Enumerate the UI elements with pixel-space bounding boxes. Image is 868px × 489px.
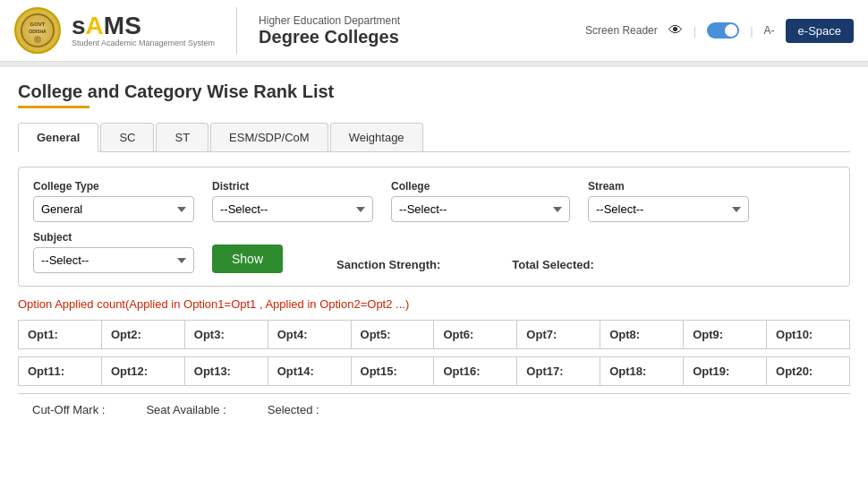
- page-title: College and Category Wise Rank List: [18, 82, 850, 102]
- dept-info: Higher Education Department Degree Colle…: [259, 14, 400, 47]
- font-size-label[interactable]: A-: [764, 24, 775, 37]
- stream-group: Stream --Select--: [588, 180, 749, 222]
- accessibility-divider2: |: [750, 24, 753, 38]
- total-selected-label: Total Selected:: [512, 258, 594, 271]
- opt6-cell: Opt6:: [434, 321, 517, 349]
- sanction-strength-group: Sanction Strength:: [336, 258, 440, 273]
- subject-group: Subject --Select--: [33, 231, 194, 273]
- opt10-cell: Opt10:: [767, 321, 850, 349]
- tab-sc[interactable]: SC: [100, 123, 154, 151]
- tab-esm[interactable]: ESM/SDP/CoM: [210, 123, 328, 151]
- header-right: Screen Reader 👁 | | A- e-Space: [585, 19, 854, 43]
- sanction-strength-label: Sanction Strength:: [336, 258, 440, 271]
- subject-label: Subject: [33, 231, 194, 244]
- opt7-cell: Opt7:: [517, 321, 600, 349]
- cutoff-mark-item: Cut-Off Mark :: [32, 403, 110, 416]
- title-underline: [18, 106, 89, 108]
- college-select[interactable]: --Select--: [391, 196, 570, 222]
- subject-select[interactable]: --Select--: [33, 247, 194, 273]
- district-select[interactable]: --Select--: [212, 196, 373, 222]
- svg-point-4: [34, 36, 41, 43]
- screen-reader-label: Screen Reader: [585, 24, 658, 37]
- opt19-cell: Opt19:: [684, 357, 767, 386]
- opt2-cell: Opt2:: [101, 321, 184, 349]
- tab-st[interactable]: ST: [156, 123, 208, 151]
- options-table-row1: Opt1: Opt2: Opt3: Opt4: Opt5: Opt6: Opt7…: [18, 320, 850, 349]
- cutoff-label: Cut-Off Mark :: [32, 403, 105, 416]
- opt8-cell: Opt8:: [600, 321, 684, 349]
- opt1-cell: Opt1:: [19, 321, 102, 349]
- filter-row-1: College Type General Private Government …: [33, 180, 835, 222]
- opt15-cell: Opt15:: [351, 357, 434, 386]
- opt4-cell: Opt4:: [268, 321, 351, 349]
- svg-text:GOVT: GOVT: [30, 21, 45, 27]
- options-table-row2: Opt11: Opt12: Opt13: Opt14: Opt15: Opt16…: [18, 356, 850, 386]
- opt5-cell: Opt5:: [351, 321, 434, 349]
- espace-button[interactable]: e-Space: [786, 19, 854, 43]
- brand-title: sAMS: [72, 13, 215, 39]
- opt16-cell: Opt16:: [434, 357, 517, 386]
- footer-bar: Cut-Off Mark : Seat Available : Selected…: [18, 393, 850, 425]
- seat-available-label: Seat Available :: [146, 403, 226, 416]
- logo-emblem: GOVT ODISHA: [14, 7, 61, 54]
- dept-main-title: Degree Colleges: [259, 27, 400, 47]
- show-button[interactable]: Show: [212, 244, 283, 273]
- college-group: College --Select--: [391, 180, 570, 222]
- district-label: District: [212, 180, 373, 193]
- opt11-cell: Opt11:: [19, 357, 102, 386]
- college-type-group: College Type General Private Government: [33, 180, 194, 222]
- header: GOVT ODISHA sAMS Student Academic Manage…: [0, 0, 868, 62]
- screen-reader-icon: 👁: [668, 22, 683, 39]
- tabs-container: General SC ST ESM/SDP/CoM Weightage: [18, 123, 850, 152]
- filter-row-2: Subject --Select-- Show Sanction Strengt…: [33, 231, 835, 273]
- seat-available-item: Seat Available :: [146, 403, 231, 416]
- opt14-cell: Opt14:: [268, 357, 351, 386]
- option-notice: Option Applied count(Applied in Option1=…: [18, 297, 850, 311]
- opt17-cell: Opt17:: [517, 357, 600, 386]
- header-left: GOVT ODISHA sAMS Student Academic Manage…: [14, 7, 400, 54]
- page-content: College and Category Wise Rank List Gene…: [0, 67, 868, 440]
- college-type-select[interactable]: General Private Government: [33, 196, 194, 222]
- opt13-cell: Opt13:: [184, 357, 268, 386]
- college-label: College: [391, 180, 570, 193]
- district-group: District --Select--: [212, 180, 373, 222]
- brand-name: sAMS Student Academic Management System: [72, 13, 215, 47]
- filter-box: College Type General Private Government …: [18, 167, 850, 287]
- opt18-cell: Opt18:: [600, 357, 684, 386]
- accessibility-divider: |: [694, 24, 696, 38]
- opt12-cell: Opt12:: [101, 357, 184, 386]
- college-type-label: College Type: [33, 180, 194, 193]
- stream-select[interactable]: --Select--: [588, 196, 749, 222]
- tab-general[interactable]: General: [18, 123, 98, 152]
- selected-item: Selected :: [268, 403, 325, 416]
- dept-subtitle: Higher Education Department: [259, 14, 400, 27]
- total-selected-group: Total Selected:: [512, 258, 594, 273]
- selected-label: Selected :: [268, 403, 319, 416]
- stream-label: Stream: [588, 180, 749, 193]
- brand-subtitle: Student Academic Management System: [72, 39, 215, 47]
- opt3-cell: Opt3:: [184, 321, 268, 349]
- header-divider: [236, 7, 237, 54]
- svg-text:ODISHA: ODISHA: [29, 29, 47, 34]
- opt9-cell: Opt9:: [684, 321, 767, 349]
- screen-reader-toggle[interactable]: [707, 22, 739, 39]
- tab-weightage[interactable]: Weightage: [330, 123, 423, 151]
- opt20-cell: Opt20:: [767, 357, 850, 386]
